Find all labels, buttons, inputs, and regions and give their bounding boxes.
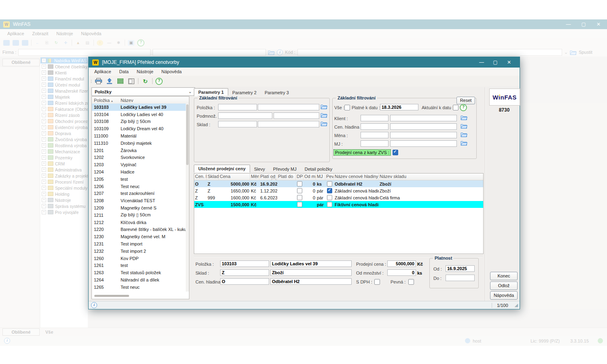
- window-icon[interactable]: [3, 40, 10, 46]
- tree-item[interactable]: +Evidenční výroba: [40, 124, 88, 130]
- tree-item[interactable]: +Obchodní procesy: [40, 118, 88, 124]
- tree-expand-icon[interactable]: +: [42, 64, 46, 69]
- polozka-lookup-icon[interactable]: [320, 104, 328, 110]
- item-row[interactable]: 1261test: [92, 262, 186, 269]
- print-icon[interactable]: [94, 77, 102, 85]
- platnost-od-input[interactable]: [446, 265, 475, 272]
- upload-icon[interactable]: ↑: [97, 40, 103, 46]
- dialog-minimize-button[interactable]: —: [475, 59, 488, 65]
- tree-item[interactable]: +Procesní řízení: [40, 179, 88, 185]
- item-row[interactable]: 103103Lodičky Ladies vel 39: [92, 104, 186, 111]
- move-icon[interactable]: ✛: [62, 40, 69, 46]
- aktualni-checkbox[interactable]: [453, 105, 458, 110]
- item-row[interactable]: 103104Lodičky Ladies vel 40: [92, 111, 186, 118]
- export-icon[interactable]: [105, 77, 113, 85]
- item-row[interactable]: 1264Náhradní díl a dílek: [92, 276, 186, 284]
- tree-expand-icon[interactable]: +: [42, 186, 46, 190]
- pevna-checkbox[interactable]: [408, 279, 414, 285]
- folder-icon[interactable]: [570, 50, 577, 55]
- pev-checkbox[interactable]: [327, 202, 332, 207]
- window-icon[interactable]: [13, 40, 19, 46]
- item-row[interactable]: 1232Test import 2: [92, 248, 186, 255]
- zvs-checkbox[interactable]: [393, 150, 398, 155]
- help-icon[interactable]: ?: [155, 78, 163, 85]
- refresh-icon[interactable]: ↻: [141, 77, 149, 85]
- pev-checkbox[interactable]: [327, 188, 332, 193]
- tree-item[interactable]: +Holding: [40, 191, 88, 197]
- item-row[interactable]: 1212Klíčová dírka: [92, 219, 186, 226]
- items-grid-header[interactable]: Položka▲ Název: [92, 97, 189, 104]
- price-row[interactable]: ZVS1500,000KčpárFiktivní cenová hladina: [194, 201, 483, 208]
- tree-item[interactable]: +Mechanizace: [40, 148, 88, 154]
- tree-item[interactable]: +Správa systému: [40, 203, 88, 209]
- tree-item[interactable]: +Finanční modul: [40, 76, 88, 82]
- firma-code-input[interactable]: [18, 49, 151, 56]
- item-row[interactable]: 1260Kov PDP: [92, 255, 186, 262]
- items-vertical-scrollbar[interactable]: [186, 104, 189, 292]
- dph-checkbox[interactable]: [297, 188, 302, 193]
- resize-grip[interactable]: ◢: [515, 303, 518, 308]
- sklad-name-input[interactable]: [258, 121, 319, 127]
- tree-expand-icon[interactable]: +: [42, 149, 46, 154]
- main-maximize-button[interactable]: ▢: [582, 21, 586, 27]
- polozka-name-input[interactable]: [258, 104, 319, 110]
- item-row[interactable]: 1231Test import: [92, 240, 186, 248]
- help-icon[interactable]: ?: [460, 104, 467, 111]
- cen-hladina-name-input[interactable]: [390, 123, 457, 130]
- form-sklad-code-input[interactable]: [220, 269, 269, 276]
- klient-lookup-icon[interactable]: [461, 115, 468, 121]
- form-cena-input[interactable]: [387, 260, 416, 267]
- tab-vse[interactable]: Vše: [45, 330, 53, 334]
- form-polozka-code-input[interactable]: [220, 260, 269, 267]
- tab-detail-polozky[interactable]: Detail položky: [301, 165, 336, 173]
- cen-hladina-code-input[interactable]: [361, 123, 388, 130]
- sklad-code-input[interactable]: [218, 121, 257, 127]
- tree-item[interactable]: +Speciální moduly: [40, 185, 88, 191]
- dialog-close-button[interactable]: ✕: [502, 59, 516, 65]
- mena-code-input[interactable]: [361, 132, 388, 138]
- form-hladina-code-input[interactable]: [220, 278, 269, 285]
- tree-item[interactable]: +Majetek: [40, 94, 88, 100]
- tree-expand-icon[interactable]: +: [42, 198, 46, 202]
- item-row[interactable]: 1201Žárovka: [92, 147, 186, 154]
- tree-expand-icon[interactable]: +: [42, 192, 46, 196]
- vse-checkbox[interactable]: [344, 105, 350, 110]
- scrollbar-thumb[interactable]: [186, 104, 189, 165]
- tree-item[interactable]: +Zakázky a projekty: [40, 173, 88, 179]
- tree-item[interactable]: +Klienti: [40, 70, 88, 76]
- tree-expand-icon[interactable]: +: [42, 76, 46, 81]
- copy-icon[interactable]: ⎘: [44, 40, 50, 46]
- reset-button[interactable]: Reset: [456, 97, 475, 104]
- menu-zobrazit[interactable]: Zobrazit: [28, 31, 53, 36]
- tree-item[interactable]: +Pro vývojáře: [40, 209, 88, 215]
- list-icon[interactable]: [116, 77, 124, 85]
- main-minimize-button[interactable]: —: [566, 21, 571, 27]
- tab-ulozene-prodejni-ceny[interactable]: Uložené prodejní ceny: [194, 165, 250, 173]
- price-table-header[interactable]: Cen. hl.▲ Sklad Cena Měna Platí od▼ Plat…: [194, 174, 483, 180]
- sklad-lookup-icon[interactable]: [320, 121, 328, 127]
- menu-data[interactable]: Data: [115, 69, 133, 74]
- klient-name-input[interactable]: [390, 115, 457, 121]
- tab-prevody-mj[interactable]: Převody MJ: [269, 165, 301, 173]
- item-row[interactable]: 1211Zip bílý ▯ 50cm: [92, 212, 186, 219]
- tree-expand-icon[interactable]: +: [42, 155, 46, 160]
- mena-lookup-icon[interactable]: [461, 132, 468, 138]
- menu-napoveda[interactable]: Nápověda: [77, 31, 105, 36]
- monitor-icon[interactable]: ▣: [128, 40, 134, 46]
- filter-funnel-icon[interactable]: ▼: [272, 179, 276, 180]
- mena-name-input[interactable]: [390, 132, 457, 138]
- back-icon[interactable]: ←: [34, 40, 41, 46]
- tree-item[interactable]: +Fakturace (Obchod): [40, 106, 88, 112]
- dph-checkbox[interactable]: [297, 195, 302, 200]
- item-row[interactable]: 1209Magnetky černé S: [92, 204, 186, 212]
- form-mnozstvi-input[interactable]: [387, 269, 416, 276]
- dph-checkbox[interactable]: [297, 202, 302, 207]
- main-close-button[interactable]: ✕: [596, 21, 601, 27]
- tree-expand-icon[interactable]: +: [42, 95, 46, 99]
- tree-expand-icon[interactable]: +: [42, 143, 46, 148]
- panels-icon[interactable]: [127, 77, 135, 85]
- gear-icon[interactable]: ✱: [115, 40, 122, 46]
- kod-input[interactable]: [297, 49, 562, 56]
- dialog-maximize-button[interactable]: ▢: [488, 59, 502, 65]
- mj-name-input[interactable]: [390, 140, 457, 147]
